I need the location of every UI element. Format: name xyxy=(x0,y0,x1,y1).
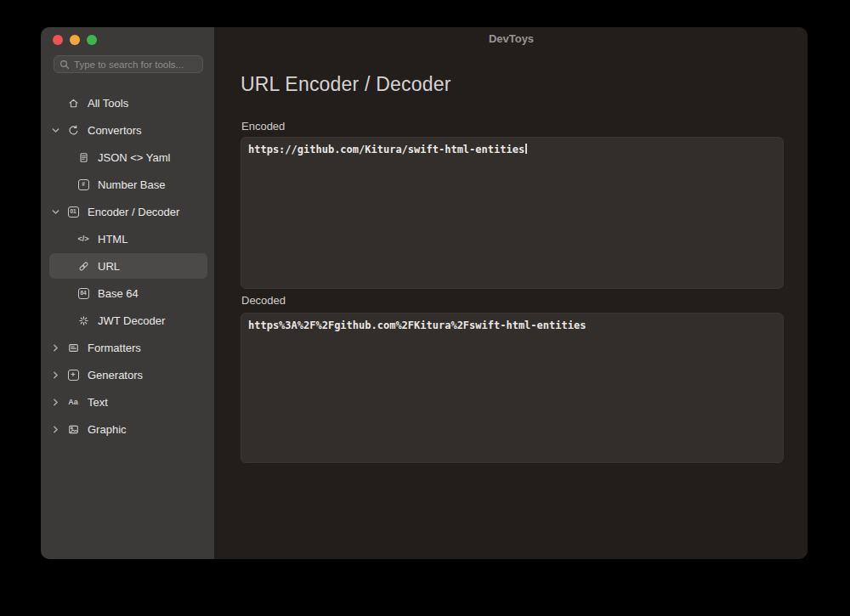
base64-icon: 64 xyxy=(76,286,90,300)
window-title: DevToys xyxy=(215,32,808,45)
sidebar-item-label: Generators xyxy=(88,369,143,381)
page-title: URL Encoder / Decoder xyxy=(241,73,451,96)
tool-search-box[interactable] xyxy=(54,55,203,73)
chevron-down-icon[interactable] xyxy=(49,207,61,217)
sidebar-item-label: URL xyxy=(98,260,120,273)
sidebar-item-jwt-decoder[interactable]: JWT Decoder xyxy=(49,308,207,333)
sidebar-item-html[interactable]: </>HTML xyxy=(49,226,207,251)
sidebar-item-label: Encoder / Decoder xyxy=(88,206,179,218)
generators-icon: + xyxy=(66,368,80,381)
encoded-label: Encoded xyxy=(241,120,285,133)
sidebar-item-label: Text xyxy=(88,396,108,409)
chevron-right-icon[interactable] xyxy=(49,343,61,353)
sidebar-item-label: Formatters xyxy=(88,342,141,354)
sidebar-item-all-tools[interactable]: All Tools xyxy=(49,90,207,116)
formatters-icon xyxy=(66,341,80,354)
zoom-window-button[interactable] xyxy=(87,35,97,45)
jwt-icon xyxy=(76,314,90,327)
main-content: DevToys URL Encoder / Decoder Encoded ht… xyxy=(215,27,808,559)
sidebar-item-label: HTML xyxy=(98,233,128,246)
sidebar-item-convertors[interactable]: Convertors xyxy=(49,117,207,143)
sidebar-item-label: Graphic xyxy=(88,423,127,436)
sidebar-item-label: Convertors xyxy=(88,124,142,137)
sidebar-item-encoder-decoder[interactable]: 01Encoder / Decoder xyxy=(49,199,207,224)
json-yaml-icon xyxy=(76,150,90,164)
chevron-right-icon[interactable] xyxy=(49,370,61,380)
sidebar-item-label: JWT Decoder xyxy=(98,314,165,327)
window-controls xyxy=(53,35,97,45)
sidebar-item-text[interactable]: AaText xyxy=(49,389,207,415)
encoded-textarea[interactable]: https://github.com/Kitura/swift-html-ent… xyxy=(241,137,784,289)
text-icon: Aa xyxy=(66,395,80,409)
sidebar: All ToolsConvertorsJSON <> Yaml#Number B… xyxy=(41,27,215,559)
sidebar-item-label: JSON <> Yaml xyxy=(98,151,171,164)
minimize-window-button[interactable] xyxy=(70,35,80,45)
convert-icon xyxy=(66,123,80,137)
sidebar-item-formatters[interactable]: Formatters xyxy=(49,335,207,360)
number-base-icon: # xyxy=(76,178,90,191)
sidebar-item-label: Base 64 xyxy=(98,287,139,300)
search-icon xyxy=(60,59,70,70)
chevron-right-icon[interactable] xyxy=(49,398,61,407)
decoded-value: https%3A%2F%2Fgithub.com%2FKitura%2Fswif… xyxy=(248,319,586,331)
encoded-value: https://github.com/Kitura/swift-html-ent… xyxy=(248,144,524,155)
html-icon: </> xyxy=(76,232,90,246)
sidebar-item-generators[interactable]: +Generators xyxy=(49,362,207,387)
sidebar-item-base-64[interactable]: 64Base 64 xyxy=(49,280,207,306)
close-window-button[interactable] xyxy=(53,35,63,45)
encoder-decoder-icon: 01 xyxy=(66,205,80,218)
decoded-label: Decoded xyxy=(241,294,286,307)
sidebar-item-url[interactable]: URL xyxy=(49,253,207,279)
sidebar-item-number-base[interactable]: #Number Base xyxy=(49,172,207,197)
text-caret xyxy=(525,144,527,154)
sidebar-item-graphic[interactable]: Graphic xyxy=(49,416,207,442)
link-icon xyxy=(76,259,90,273)
chevron-right-icon[interactable] xyxy=(49,425,61,434)
sidebar-item-label: All Tools xyxy=(88,97,128,110)
decoded-textarea[interactable]: https%3A%2F%2Fgithub.com%2FKitura%2Fswif… xyxy=(241,313,784,463)
sidebar-item-label: Number Base xyxy=(98,178,165,191)
sidebar-nav: All ToolsConvertorsJSON <> Yaml#Number B… xyxy=(41,90,214,444)
devtoys-window: All ToolsConvertorsJSON <> Yaml#Number B… xyxy=(41,27,808,559)
home-icon xyxy=(66,96,80,110)
search-input[interactable] xyxy=(74,59,197,70)
chevron-down-icon[interactable] xyxy=(49,126,61,135)
graphic-icon xyxy=(66,422,80,436)
sidebar-item-json-yaml[interactable]: JSON <> Yaml xyxy=(49,144,207,170)
